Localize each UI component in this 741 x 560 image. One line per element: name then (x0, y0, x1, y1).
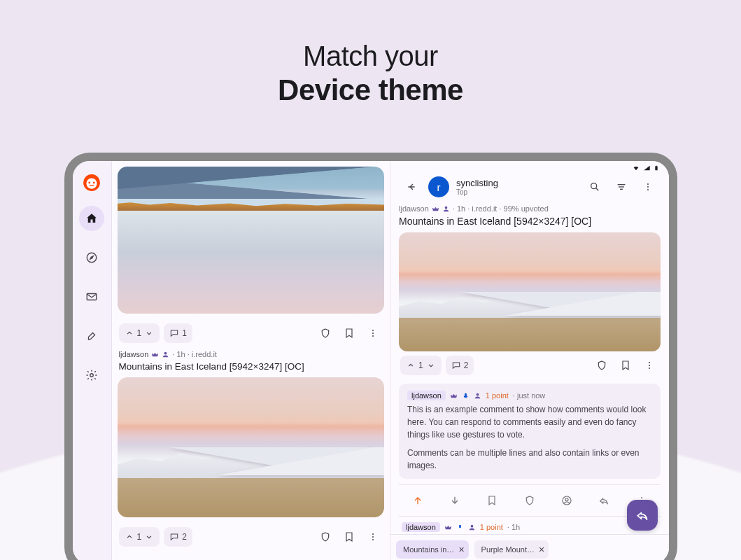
sidebar-moderation[interactable] (79, 323, 104, 349)
sidebar-home[interactable] (79, 206, 104, 231)
shield-icon (320, 328, 331, 339)
upvote-button[interactable] (404, 491, 432, 510)
more-vert-icon (367, 531, 379, 542)
comment-points: 1 point (486, 391, 509, 400)
close-icon[interactable]: × (458, 544, 464, 555)
sort-label[interactable]: Top (456, 188, 578, 196)
comment-count: 1 (182, 328, 187, 338)
feed-pane: 1 1 ljdawson · 1h · i.redd.it Mountains … (112, 161, 391, 560)
bookmark-button[interactable] (339, 527, 359, 547)
sidebar-inbox[interactable] (79, 284, 104, 309)
tab-label: Purple Mount… (481, 545, 535, 554)
post2-actions: 1 2 (118, 523, 385, 550)
home-icon (85, 212, 98, 225)
user-badge-icon (442, 205, 450, 213)
bookmark-icon (344, 328, 355, 339)
shield-button[interactable] (592, 356, 612, 375)
user-badge-icon (162, 351, 169, 358)
search-button[interactable] (585, 177, 605, 197)
subreddit-avatar[interactable]: r (428, 176, 449, 197)
svg-point-16 (372, 539, 374, 540)
more-button[interactable] (363, 527, 383, 547)
post-image-2[interactable] (118, 377, 385, 517)
bookmark-icon (344, 531, 355, 542)
more-button[interactable] (363, 323, 383, 343)
shield-icon (524, 495, 535, 506)
close-icon[interactable]: × (539, 544, 544, 555)
svg-point-19 (591, 183, 596, 189)
svg-point-1 (86, 178, 97, 189)
crown-icon (444, 524, 452, 531)
search-icon (589, 181, 600, 192)
bookmark-icon (620, 360, 631, 371)
comment-1[interactable]: ljdawson 1 point · just now This is an e… (399, 384, 661, 479)
post-card-2[interactable] (118, 377, 385, 517)
svg-point-13 (164, 351, 167, 354)
bookmark-button[interactable] (478, 491, 506, 510)
compass-icon (85, 251, 98, 264)
crown-icon (151, 351, 159, 358)
comment-time: · 1h (507, 523, 520, 531)
sidebar-settings[interactable] (79, 363, 104, 388)
subreddit-name[interactable]: synclisting (456, 178, 578, 188)
post-card-1[interactable] (118, 167, 385, 314)
back-button[interactable] (402, 177, 421, 197)
sort-icon (616, 181, 627, 192)
downvote-icon (426, 360, 436, 370)
vote-chip[interactable]: 1 (119, 527, 160, 547)
comment-icon (451, 360, 461, 370)
tablet-screen: 1 1 ljdawson · 1h · i.redd.it Mountains … (73, 161, 669, 560)
reply-icon (635, 508, 649, 522)
svg-point-25 (647, 186, 649, 188)
reply-fab[interactable] (627, 500, 658, 531)
sidebar-explore[interactable] (79, 245, 104, 270)
hero: Match your Device theme (0, 0, 741, 107)
post-image-1[interactable] (118, 167, 385, 314)
comments-chip[interactable]: 1 (164, 323, 192, 343)
vote-count: 1 (137, 328, 142, 338)
profile-button[interactable] (553, 491, 581, 510)
shield-button[interactable] (316, 323, 335, 343)
svg-point-26 (647, 189, 649, 190)
detail-topbar: r synclisting Top (396, 167, 663, 203)
detail-pane: r synclisting Top ljdawson · 1h · i.redd… (390, 161, 669, 560)
user-badge-icon (474, 392, 481, 400)
svg-point-35 (641, 497, 642, 498)
bookmark-button[interactable] (339, 323, 359, 343)
svg-point-10 (372, 330, 374, 331)
downvote-icon (144, 328, 154, 338)
vote-count: 1 (137, 532, 142, 542)
tablet-frame: 1 1 ljdawson · 1h · i.redd.it Mountains … (64, 153, 677, 560)
account-circle-icon (561, 495, 572, 506)
reply-button[interactable] (590, 491, 618, 510)
more-vert-icon (644, 360, 655, 371)
sort-button[interactable] (612, 177, 631, 197)
comment-body-2: Comments can be multiple lines and also … (407, 447, 652, 472)
author: ljdawson (399, 204, 429, 213)
detail-post-image[interactable] (399, 232, 661, 351)
post2-meta: ljdawson · 1h · i.redd.it (118, 346, 385, 360)
vote-count: 1 (418, 360, 423, 370)
mic-badge-icon (456, 524, 464, 531)
shield-button[interactable] (516, 491, 544, 510)
detail-post-title: Mountains in East Iceland [5942×3247] [O… (399, 216, 661, 227)
comments-chip[interactable]: 2 (446, 356, 474, 375)
arrow-left-icon (406, 181, 417, 192)
shield-button[interactable] (316, 527, 335, 547)
downvote-button[interactable] (441, 491, 469, 510)
detail-actions: 1 2 (399, 351, 661, 378)
more-button[interactable] (640, 356, 659, 375)
tab-2[interactable]: Purple Mount… × (474, 540, 549, 559)
arrow-up-icon (412, 495, 423, 506)
svg-point-30 (649, 368, 650, 369)
detail-post-meta: ljdawson · 1h · i.redd.it · 99% upvoted (399, 204, 661, 213)
svg-point-15 (372, 536, 374, 538)
vote-chip[interactable]: 1 (400, 356, 442, 375)
comments-chip[interactable]: 2 (164, 527, 192, 547)
tab-1[interactable]: Mountains in… × (396, 540, 469, 559)
bookmark-button[interactable] (616, 356, 635, 375)
more-button[interactable] (638, 177, 658, 197)
svg-point-11 (372, 332, 374, 334)
post2-title[interactable]: Mountains in East Iceland [5942×3247] [O… (118, 360, 385, 377)
vote-chip[interactable]: 1 (119, 323, 160, 343)
